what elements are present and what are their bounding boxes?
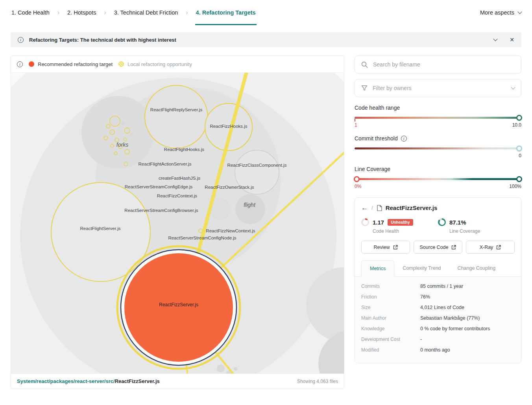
code-health-slider-handle[interactable] bbox=[516, 115, 522, 121]
search-box[interactable] bbox=[355, 55, 521, 74]
slider-min-label: 0% bbox=[355, 184, 361, 189]
nav-tab-4[interactable]: 4. Refactoring Targets bbox=[195, 0, 257, 25]
file-bubble[interactable] bbox=[130, 133, 133, 136]
metric-key: Main Author bbox=[361, 315, 420, 321]
search-icon bbox=[361, 61, 368, 68]
xray-button[interactable]: X-Ray bbox=[466, 241, 515, 254]
file-label: ReactFlightActionServer.js bbox=[139, 162, 192, 166]
source-code-button[interactable]: Source Code bbox=[414, 241, 462, 254]
nav-tab-3[interactable]: 3. Technical Debt Friction bbox=[113, 0, 179, 25]
file-detail-tabs-section: Metrics Complexity Trend Change Coupling… bbox=[355, 260, 521, 363]
file-bubble[interactable] bbox=[217, 364, 225, 372]
file-label: ReactFizzClassComponent.js bbox=[227, 163, 287, 168]
refactoring-targets-banner: i Refactoring Targets: The technical deb… bbox=[11, 32, 521, 47]
file-title: ReactFizzServer.js bbox=[386, 204, 438, 211]
status-badge: Unhealthy bbox=[388, 219, 413, 226]
coverage-gauge bbox=[438, 218, 446, 226]
metric-key: Friction bbox=[361, 294, 420, 300]
chevron-down-icon bbox=[517, 9, 522, 14]
file-label: createFastHashJS.js bbox=[159, 176, 200, 180]
chevron-down-icon bbox=[511, 85, 515, 89]
filter-icon bbox=[361, 85, 368, 91]
metric-key: Modified bbox=[361, 347, 420, 353]
metric-value: 0 months ago bbox=[420, 347, 450, 353]
group-label: forks bbox=[116, 142, 128, 148]
file-label: ReactFizzHooks.js bbox=[210, 124, 247, 129]
metrics-list: Commits85 commits / 1 yearFriction76%Siz… bbox=[355, 277, 521, 363]
code-health-value: 1.17 bbox=[373, 219, 384, 226]
metric-value: 0 % code by former contributors bbox=[420, 326, 490, 331]
breadcrumb-file: ReactFizzServer.js bbox=[115, 378, 160, 384]
nav-tab-2[interactable]: 2. Hotspots bbox=[66, 0, 97, 25]
metric-value: Sebastian Markbåge (77%) bbox=[420, 315, 480, 321]
breadcrumb-system[interactable]: System bbox=[17, 378, 35, 384]
metric-row: Main AuthorSebastian Markbåge (77%) bbox=[361, 313, 515, 323]
tab-change-coupling[interactable]: Change Coupling bbox=[449, 260, 504, 277]
external-link-icon bbox=[496, 245, 501, 250]
top-navigation: 1. Code Health›2. Hotspots›3. Technical … bbox=[0, 0, 532, 25]
metric-row: Knowledge0 % code by former contributors bbox=[361, 323, 515, 334]
commit-threshold-slider-handle[interactable] bbox=[516, 145, 522, 151]
refactoring-map-panel: i Recommended refactoring target Local r… bbox=[11, 55, 344, 389]
metric-row: Development Cost- bbox=[361, 334, 515, 344]
file-label: ReactFlightHooks.js bbox=[164, 147, 205, 152]
more-aspects-label: More aspects bbox=[480, 9, 514, 16]
target-dot-icon bbox=[29, 61, 34, 67]
more-aspects-button[interactable]: More aspects bbox=[480, 9, 521, 16]
coverage-value: 87.1% bbox=[449, 219, 466, 226]
code-health-slider-track[interactable] bbox=[355, 117, 521, 119]
info-icon: i bbox=[18, 37, 24, 43]
chevron-right-icon: › bbox=[186, 9, 188, 16]
nav-tab-1[interactable]: 1. Code Health bbox=[11, 0, 50, 25]
xray-button-label: X-Ray bbox=[480, 245, 493, 250]
metric-key: Size bbox=[361, 305, 420, 310]
opportunity-dot-icon bbox=[118, 61, 124, 67]
info-icon[interactable]: i bbox=[17, 61, 23, 67]
legend-target: Recommended refactoring target bbox=[29, 61, 113, 67]
collapse-chevron-icon[interactable] bbox=[493, 37, 498, 41]
metric-value: 85 commits / 1 year bbox=[420, 284, 463, 289]
metric-value: - bbox=[420, 337, 422, 342]
code-health-range-label: Code health range bbox=[355, 105, 521, 111]
commit-threshold-slider-track[interactable] bbox=[355, 147, 521, 149]
file-bubble[interactable] bbox=[121, 121, 125, 125]
owner-filter-dropdown[interactable] bbox=[355, 79, 521, 97]
metric-value: 76% bbox=[420, 294, 430, 300]
metric-key: Commits bbox=[361, 284, 420, 289]
opportunity-bubble[interactable] bbox=[51, 182, 150, 282]
info-icon[interactable]: i bbox=[401, 136, 407, 142]
file-count-label: Showing 4,063 files bbox=[297, 379, 338, 384]
file-bubble[interactable] bbox=[234, 367, 238, 371]
line-coverage-max-handle[interactable] bbox=[516, 176, 522, 182]
metric-value: 4,012 Lines of Code bbox=[420, 305, 464, 310]
tab-metrics[interactable]: Metrics bbox=[361, 260, 394, 277]
review-button[interactable]: Review bbox=[361, 241, 410, 254]
search-input[interactable] bbox=[373, 61, 515, 68]
slider-min-label: 1 bbox=[355, 122, 357, 128]
breadcrumb-path[interactable]: /react/packages/react-server/src/ bbox=[35, 378, 115, 384]
file-label: ReactFizzServer.js bbox=[159, 302, 198, 307]
breadcrumb-tabs: 1. Code Health›2. Hotspots›3. Technical … bbox=[11, 0, 257, 25]
source-code-button-label: Source Code bbox=[420, 245, 449, 250]
close-icon[interactable]: ✕ bbox=[510, 37, 514, 42]
slider-max-label: 0 bbox=[519, 153, 521, 158]
metric-row: Commits85 commits / 1 year bbox=[361, 281, 515, 291]
code-health-stat: 1.17 Unhealthy Code Health bbox=[361, 218, 438, 234]
owner-filter-input[interactable] bbox=[373, 85, 506, 91]
opportunity-bubble[interactable] bbox=[145, 85, 208, 148]
tab-complexity-trend[interactable]: Complexity Trend bbox=[394, 260, 449, 277]
slider-min-tick bbox=[355, 119, 355, 122]
main-content: i Recommended refactoring target Local r… bbox=[11, 55, 521, 389]
filters-sidebar: Code health range 1 10.0 Commit threshol… bbox=[355, 55, 521, 363]
line-coverage-min-handle[interactable] bbox=[354, 176, 360, 182]
file-bubble[interactable] bbox=[235, 194, 265, 224]
back-arrow-icon[interactable]: ← bbox=[361, 204, 368, 211]
file-label: ReactServerStreamConfigNode.js bbox=[168, 236, 236, 240]
breadcrumb[interactable]: System/react/packages/react-server/src/R… bbox=[17, 378, 160, 384]
code-health-gauge bbox=[361, 218, 369, 226]
map-footer: System/react/packages/react-server/src/R… bbox=[11, 374, 344, 388]
bubble-map-canvas[interactable]: ReactFlightReplyServer.jsReactFizzHooks.… bbox=[11, 73, 344, 374]
line-coverage-slider-track[interactable] bbox=[355, 178, 521, 180]
metric-key: Knowledge bbox=[361, 326, 420, 331]
detail-tabs: Metrics Complexity Trend Change Coupling bbox=[355, 260, 521, 277]
